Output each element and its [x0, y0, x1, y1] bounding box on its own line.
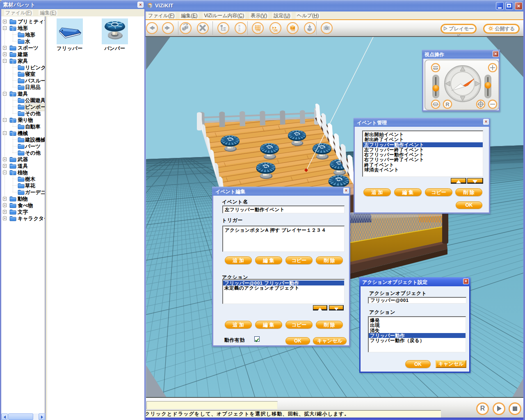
svg-text:ON: ON — [274, 29, 278, 32]
svg-text:ON: ON — [291, 29, 295, 32]
svg-text:X:: X: — [238, 25, 241, 27]
svg-text:R: R — [445, 101, 450, 107]
svg-text:ON: ON — [256, 29, 260, 32]
svg-text:Y:: Y: — [238, 27, 240, 30]
svg-text:Z:: Z: — [238, 29, 241, 32]
